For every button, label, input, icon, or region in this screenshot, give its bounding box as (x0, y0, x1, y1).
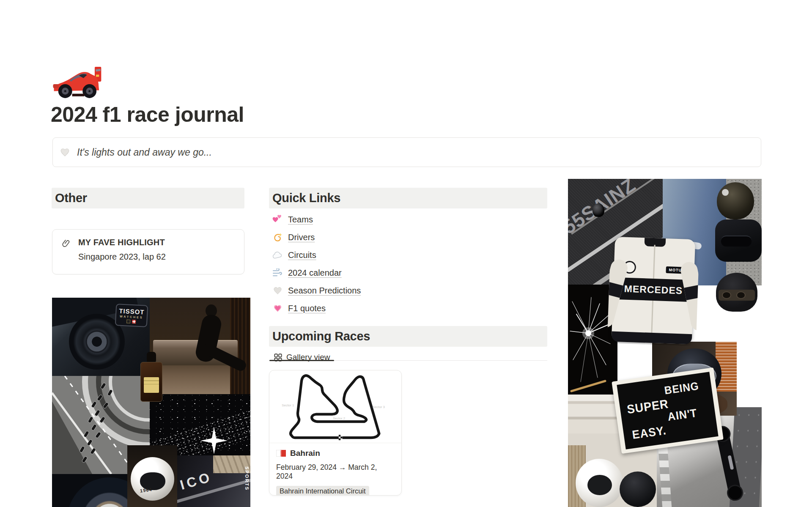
tissot-logo-icon (126, 319, 130, 323)
tissot-text: TISSOT (119, 307, 145, 315)
link-teams-label: Teams (288, 215, 313, 225)
sector-2-label: Sector 2 (333, 417, 345, 420)
white-heart-icon (59, 147, 71, 158)
sparkle-star-icon (200, 427, 228, 454)
heading-upcoming-races[interactable]: Upcoming Races (269, 326, 547, 347)
race-card-bahrain[interactable]: Sector 1 Sector 2 Sector 3 Bahrain Febru… (269, 370, 402, 496)
helmet-open-face-shape (717, 182, 754, 219)
link-f1-quotes[interactable]: F1 quotes (269, 302, 547, 314)
mercedes-text: MERCEDES (624, 283, 683, 296)
race-date-range: February 29, 2024 → March 2, 2024 (276, 463, 395, 481)
fave-card-title: MY FAVE HIGHLIGHT (78, 238, 166, 247)
callout-text: It's lights out and away we go... (77, 147, 212, 158)
collage-tile-woman (150, 298, 250, 394)
white-heart-icon (272, 285, 283, 296)
link-f1-quotes-label: F1 quotes (288, 304, 326, 313)
collage-tile-racing-jacket: ICO SPORTS (177, 455, 250, 507)
collage-tile-vintage-helmet: 1964 (127, 445, 177, 507)
collage-tile-sign: BEING SUPER AIN'T EASY. (612, 367, 724, 454)
link-2024-calendar-label: 2024 calendar (288, 268, 342, 278)
heading-other[interactable]: Other (52, 188, 244, 208)
link-season-predictions-label: Season Predictions (288, 286, 361, 296)
circuit-map: Sector 1 Sector 2 Sector 3 (269, 370, 401, 443)
link-2024-calendar[interactable]: 2024 calendar (269, 267, 547, 279)
collage-tile-mercedes-jacket: MOTUL MERCEDES (607, 233, 700, 346)
sector-1-label: Sector 1 (282, 403, 294, 407)
link-circuits[interactable]: Circuits (269, 249, 547, 261)
jacket-sports-text: SPORTS (244, 466, 250, 491)
white-helmet-shape (576, 459, 623, 507)
link-teams[interactable]: Teams (269, 214, 547, 225)
circuit-tag: Bahrain International Circuit (276, 486, 369, 496)
link-circuits-label: Circuits (288, 250, 316, 260)
paperclip-icon (61, 238, 72, 249)
heading-upcoming-races-label: Upcoming Races (272, 329, 370, 343)
collage-tile-tire (52, 474, 127, 507)
mercedes-band: MERCEDES (613, 277, 694, 302)
race-card-info: Bahrain February 29, 2024 → March 2, 202… (269, 443, 401, 496)
link-drivers-label: Drivers (288, 233, 315, 242)
cloud-icon (272, 250, 283, 260)
link-season-predictions[interactable]: Season Predictions (269, 285, 547, 296)
revolving-hearts-icon (272, 214, 283, 225)
heading-other-label: Other (55, 191, 87, 205)
fave-card-texts: MY FAVE HIGHLIGHT Singapore 2023, lap 62 (78, 238, 166, 266)
swiss-cross-icon (132, 320, 136, 323)
helmet-full-face-shape (715, 219, 762, 262)
road-paint-text: 55SAINZ (568, 179, 663, 238)
bahrain-flag-icon (276, 450, 286, 457)
callout[interactable]: It's lights out and away we go... (52, 137, 761, 167)
race-title: Bahrain (290, 449, 320, 458)
watches-text: WATCHES (120, 315, 143, 319)
moodboard-image-left[interactable]: TISSOT WATCHES (52, 298, 250, 507)
helmet-goggles-shape (716, 273, 757, 312)
fave-highlight-card[interactable]: MY FAVE HIGHLIGHT Singapore 2023, lap 62 (52, 229, 244, 274)
moodboard-image-right[interactable]: 55SAINZ MOTUL MERCEDES (568, 179, 762, 507)
tissot-plate: TISSOT WATCHES (115, 304, 148, 327)
black-helmet-shape (620, 471, 656, 507)
active-tab-underline (269, 360, 334, 361)
racing-car-icon[interactable] (53, 66, 104, 100)
racing-car-graphic (53, 66, 104, 100)
pink-heart-icon (272, 303, 283, 313)
quick-links-list: Teams Drivers Circuits (269, 214, 547, 320)
jacket-letters-text: ICO (178, 469, 214, 493)
page-title[interactable]: 2024 f1 race journal (51, 102, 244, 127)
start-finish-marker (339, 435, 343, 440)
heading-quick-links[interactable]: Quick Links (269, 188, 547, 208)
link-drivers[interactable]: Drivers (269, 231, 547, 243)
dash-icon (272, 268, 283, 278)
small-helmet-shape (593, 203, 604, 217)
sector-3-label: Sector 3 (373, 405, 385, 409)
bahrain-circuit-graphic: Sector 1 Sector 2 Sector 3 (273, 373, 399, 440)
heading-quick-links-label: Quick Links (272, 191, 340, 205)
dizzy-icon (272, 232, 283, 242)
collage-tile-tissot-car: TISSOT WATCHES (52, 298, 150, 376)
perfume-bottle-shape (140, 352, 162, 402)
fave-card-subtitle: Singapore 2023, lap 62 (78, 252, 166, 262)
sign-board: BEING SUPER AIN'T EASY. (617, 372, 718, 449)
